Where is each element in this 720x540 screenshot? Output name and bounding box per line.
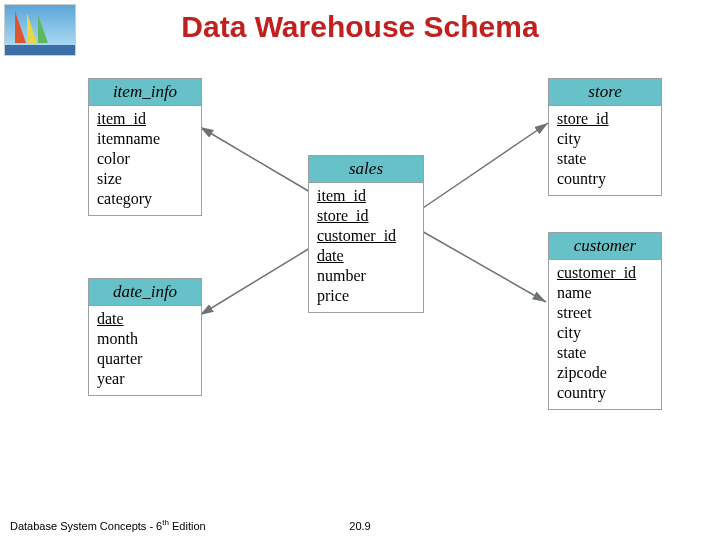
table-customer: customer customer_idnamestreetcitystatez… xyxy=(548,232,662,410)
table-header: store xyxy=(549,79,661,106)
column: street xyxy=(557,303,653,323)
table-header: customer xyxy=(549,233,661,260)
column: color xyxy=(97,149,193,169)
column: country xyxy=(557,383,653,403)
column-key: store_id xyxy=(317,206,415,226)
column: zipcode xyxy=(557,363,653,383)
table-header: sales xyxy=(309,156,423,183)
column-key: date xyxy=(97,309,193,329)
column-key: customer_id xyxy=(557,263,653,283)
table-columns: item_iditemnamecolorsizecategory xyxy=(89,106,201,215)
table-store: store store_idcitystatecountry xyxy=(548,78,662,196)
table-date-info: date_info datemonthquarteryear xyxy=(88,278,202,396)
column: state xyxy=(557,149,653,169)
column: month xyxy=(97,329,193,349)
column-key: item_id xyxy=(317,186,415,206)
table-item-info: item_info item_iditemnamecolorsizecatego… xyxy=(88,78,202,216)
table-columns: store_idcitystatecountry xyxy=(549,106,661,195)
table-header: item_info xyxy=(89,79,201,106)
column: price xyxy=(317,286,415,306)
column-key: item_id xyxy=(97,109,193,129)
table-sales: sales item_idstore_idcustomer_iddatenumb… xyxy=(308,155,424,313)
column: number xyxy=(317,266,415,286)
column-key: date xyxy=(317,246,415,266)
column: state xyxy=(557,343,653,363)
column: city xyxy=(557,323,653,343)
column: country xyxy=(557,169,653,189)
column: year xyxy=(97,369,193,389)
column: category xyxy=(97,189,193,209)
column: itemname xyxy=(97,129,193,149)
table-columns: datemonthquarteryear xyxy=(89,306,201,395)
table-header: date_info xyxy=(89,279,201,306)
column: name xyxy=(557,283,653,303)
column: size xyxy=(97,169,193,189)
column-key: customer_id xyxy=(317,226,415,246)
table-columns: item_idstore_idcustomer_iddatenumberpric… xyxy=(309,183,423,312)
table-columns: customer_idnamestreetcitystatezipcodecou… xyxy=(549,260,661,409)
column-key: store_id xyxy=(557,109,653,129)
column: quarter xyxy=(97,349,193,369)
column: city xyxy=(557,129,653,149)
